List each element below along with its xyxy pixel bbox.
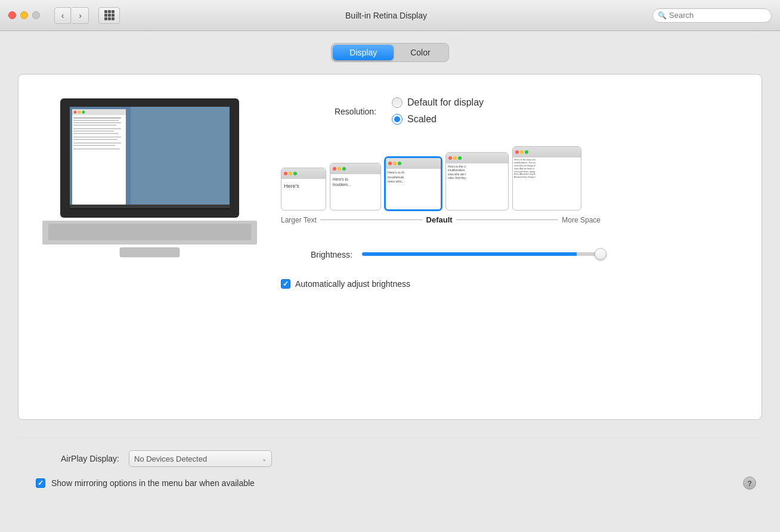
checkmark-icon: ✓ [283, 280, 289, 287]
scale-thumb-larger[interactable]: Here's [281, 168, 326, 211]
scale-content-default: Here's to thtroublemakones who... [386, 169, 441, 186]
svg-rect-19 [131, 107, 230, 209]
nav-buttons: ‹ › [54, 7, 89, 24]
scale-card-default[interactable]: Here's to thtroublemakones who... [385, 157, 442, 211]
minimize-button[interactable] [20, 11, 28, 19]
grid-icon [104, 10, 114, 20]
resolution-default-option[interactable]: Default for display [392, 97, 484, 108]
svg-point-6 [82, 111, 85, 114]
airplay-dropdown[interactable]: No Devices Detected ⌄ [129, 450, 272, 467]
scale-thumb-more-space[interactable]: Here's to the crazy onetroublemakers. Th… [512, 146, 581, 211]
svg-rect-18 [73, 149, 120, 150]
svg-rect-24 [120, 248, 179, 257]
macbook-preview [42, 92, 257, 259]
radio-scaled[interactable] [392, 114, 403, 125]
scale-label-more-space: More Space [562, 216, 601, 224]
airplay-label: AirPlay Display: [36, 454, 119, 463]
resolution-label: Resolution: [281, 106, 376, 116]
svg-rect-12 [73, 131, 114, 132]
resolution-default-label: Default for display [407, 97, 484, 108]
svg-rect-8 [73, 120, 119, 121]
main-content: Display Color [0, 31, 780, 532]
resolution-section: Resolution: Default for display Scaled [42, 92, 738, 289]
svg-rect-16 [73, 143, 121, 144]
scale-label-larger: Larger Text [281, 216, 317, 224]
search-input[interactable] [669, 11, 766, 20]
auto-brightness-checkbox[interactable]: ✓ [281, 279, 290, 289]
mirroring-row: ✓ Show mirroring options in the menu bar… [36, 478, 255, 488]
scale-content-larger: Here's [281, 179, 326, 194]
mirroring-checkbox[interactable]: ✓ [36, 478, 45, 488]
scale-label-default: Default [426, 215, 453, 224]
svg-rect-9 [73, 122, 121, 123]
scale-card-larger[interactable]: Here's [281, 168, 326, 211]
svg-rect-15 [73, 139, 117, 140]
segment-control: Display Color [18, 43, 762, 62]
search-bar[interactable]: 🔍 [652, 8, 772, 23]
close-button[interactable] [8, 11, 16, 19]
brightness-slider-thumb[interactable] [595, 248, 606, 260]
auto-brightness-label: Automatically adjust brightness [295, 279, 410, 289]
window-title: Built-in Retina Display [126, 11, 646, 20]
resolution-scaled-option[interactable]: Scaled [392, 114, 484, 125]
help-button[interactable]: ? [743, 477, 756, 490]
scale-content-more-space: Here's to the crazy onetroublemakers. Th… [513, 157, 581, 180]
svg-rect-14 [73, 137, 121, 138]
scale-thumb-default[interactable]: Here's to thtroublemakones who... [385, 157, 442, 211]
tab-color[interactable]: Color [394, 45, 447, 60]
scale-card-medium-large[interactable]: Here's totroublem... [330, 163, 381, 211]
svg-rect-23 [48, 224, 251, 240]
svg-rect-10 [73, 125, 116, 126]
bottom-section: AirPlay Display: No Devices Detected ⌄ ✓… [18, 438, 762, 502]
settings-panel: Resolution: Default for display Scaled [18, 74, 762, 420]
display-thumbnails: Here's Here's totroublem [281, 146, 601, 211]
scale-thumb-medium-large[interactable]: Here's totroublem... [330, 163, 381, 211]
svg-point-4 [74, 111, 77, 114]
svg-point-5 [78, 111, 81, 114]
airplay-row: AirPlay Display: No Devices Detected ⌄ [36, 450, 762, 467]
segment-wrapper: Display Color [331, 43, 448, 62]
mirroring-label: Show mirroring options in the menu bar w… [51, 478, 255, 488]
search-icon: 🔍 [658, 11, 667, 20]
brightness-label: Brightness: [281, 249, 352, 259]
svg-rect-7 [73, 117, 121, 119]
tab-display[interactable]: Display [333, 45, 394, 60]
scale-content-medium-large: Here's totroublem... [330, 174, 380, 190]
back-button[interactable]: ‹ [54, 7, 71, 24]
svg-rect-17 [73, 145, 115, 146]
scale-card-more-space[interactable]: Here's to the crazy onetroublemakers. Th… [512, 146, 581, 211]
svg-rect-2 [72, 109, 126, 205]
resolution-scaled-label: Scaled [407, 114, 437, 125]
traffic-lights [8, 11, 40, 19]
checkmark-icon-2: ✓ [38, 480, 44, 487]
scale-thumb-medium-small[interactable]: Here's to the crtroublemakers.ones who s… [445, 152, 509, 211]
dropdown-value: No Devices Detected [134, 454, 207, 463]
titlebar: ‹ › Built-in Retina Display 🔍 [0, 0, 780, 31]
maximize-button[interactable] [32, 11, 40, 19]
radio-default[interactable] [392, 97, 403, 108]
chevron-down-icon: ⌄ [262, 456, 267, 462]
svg-rect-13 [73, 133, 119, 134]
scale-card-medium-small[interactable]: Here's to the crtroublemakers.ones who s… [445, 152, 509, 211]
grid-view-button[interactable] [98, 7, 120, 24]
scale-content-medium-small: Here's to the crtroublemakers.ones who s… [446, 163, 508, 182]
svg-rect-21 [70, 208, 230, 209]
forward-button[interactable]: › [72, 7, 89, 24]
svg-rect-11 [73, 128, 121, 129]
